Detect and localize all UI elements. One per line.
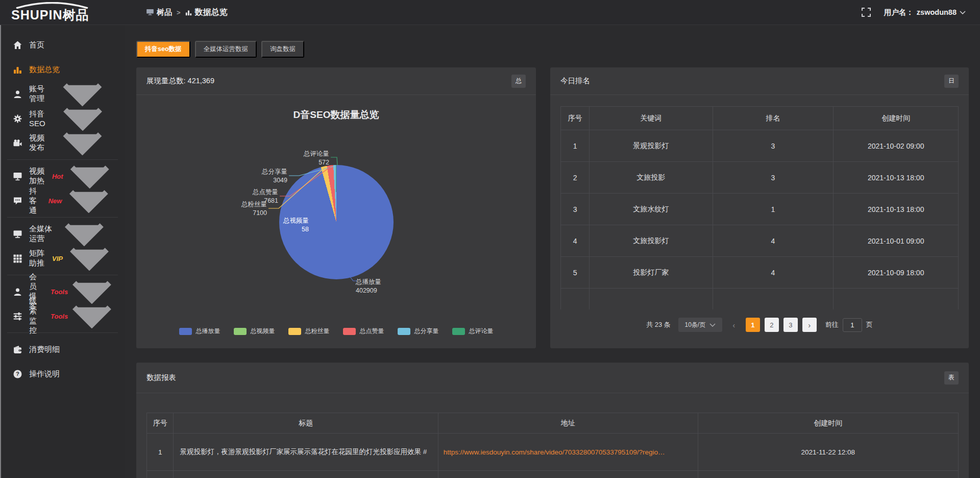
sidebar-item-spending-detail[interactable]: 消费明细 xyxy=(0,337,125,362)
pie-label-fans: 总粉丝量7100 xyxy=(136,200,267,217)
pagination-total: 共 23 条 xyxy=(646,320,671,329)
tab-media-operation-data[interactable]: 全媒体运营数据 xyxy=(195,41,257,58)
legend-item-videos[interactable]: 总视频量 xyxy=(234,327,275,336)
user-menu[interactable]: 用户名：zswodun88 xyxy=(884,8,966,17)
pie-chart-area: D音SEO数据量总览 总评论量572 总分享量3049 总点赞量7681 xyxy=(136,95,536,348)
sidebar-item-video-publish[interactable]: 视频发布 xyxy=(0,131,125,155)
gear-icon xyxy=(13,114,22,123)
sidebar-divider xyxy=(7,217,118,218)
ranking-table: 序号 关键词 排名 创建时间 1景观投影灯32021-10-02 09:00 2… xyxy=(560,106,959,309)
table-header-row: 序号 关键词 排名 创建时间 xyxy=(561,107,959,130)
vip-badge: VIP xyxy=(52,255,63,262)
sidebar-item-lead-monitor[interactable]: 线索监控 Tools xyxy=(0,304,125,328)
table-row: 2文旅投影32021-10-13 18:00 xyxy=(561,162,959,194)
page-button-2[interactable]: 2 xyxy=(765,318,779,332)
breadcrumb-separator: > xyxy=(177,9,181,16)
username: zswodun88 xyxy=(917,8,957,16)
table-row xyxy=(561,289,959,310)
page-button-1[interactable]: 1 xyxy=(746,318,760,332)
chevron-down-icon xyxy=(68,304,116,328)
tab-inquiry-data[interactable]: 询盘数据 xyxy=(261,41,304,58)
sidebar-item-data-overview[interactable]: 数据总览 xyxy=(0,57,125,82)
prev-page-button[interactable]: ‹ xyxy=(727,318,741,332)
chevron-down-icon xyxy=(49,82,116,106)
legend-item-comments[interactable]: 总评论量 xyxy=(452,327,494,336)
home-icon xyxy=(13,41,22,50)
grid-icon xyxy=(13,254,22,263)
overview-panel: 展现量总数: 421,369 总 D音SEO数据量总览 总评论量572 xyxy=(136,67,536,348)
chevron-down-icon xyxy=(50,106,116,131)
main-content: 抖音seo数据 全媒体运营数据 询盘数据 展现量总数: 421,369 总 D音… xyxy=(125,25,980,478)
day-view-button[interactable]: 日 xyxy=(944,75,959,88)
legend-swatch xyxy=(234,328,247,335)
app-logo: SHUPIN树品 xyxy=(0,0,125,25)
chevron-down-icon xyxy=(53,222,116,246)
goto-page-input[interactable] xyxy=(843,318,862,332)
chart-legend: 总播放量 总视频量 总粉丝量 总点赞量 总分享量 总评论量 xyxy=(136,327,536,336)
table-row xyxy=(147,471,959,478)
bar-chart-icon xyxy=(185,9,192,16)
sliders-icon xyxy=(13,312,22,321)
sidebar-item-matrix-boost[interactable]: 矩阵助推 VIP xyxy=(0,246,125,271)
legend-swatch xyxy=(343,328,356,335)
goto-label: 前往 xyxy=(825,320,839,329)
chevron-down-icon xyxy=(49,131,116,155)
ranking-title: 今日排名 xyxy=(560,76,590,86)
sidebar-divider xyxy=(7,159,118,160)
page-button-3[interactable]: 3 xyxy=(783,318,798,332)
sidebar-item-doukostong[interactable]: 抖客通 New xyxy=(0,188,125,213)
report-panel: 数据报表 表 序号 标题 地址 创建时间 1 景观投影灯，夜游景观投影灯 xyxy=(136,363,969,478)
username-label: 用户名： xyxy=(884,8,914,17)
chat-bubble-icon xyxy=(13,197,22,205)
table-row: 1 景观投影灯，夜游景观投影灯厂家展示展示落花灯在花园里的灯光投影应用效果 # … xyxy=(147,434,959,471)
sidebar-item-home[interactable]: 首页 xyxy=(0,33,125,57)
table-row: 3文旅水纹灯12021-10-13 18:00 xyxy=(561,194,959,225)
video-link[interactable]: https://www.iesdouyin.com/share/video/70… xyxy=(444,448,665,456)
sidebar-item-douyin-seo[interactable]: 抖音SEO xyxy=(0,106,125,131)
chevron-down-icon xyxy=(63,164,116,188)
breadcrumb-current: 数据总览 xyxy=(185,7,228,18)
pagination: 共 23 条 10条/页 ‹ 1 2 3 › 前往 页 xyxy=(550,318,969,332)
sidebar: 首页 数据总览 账号管理 抖音SEO 视频发布 视频加热 Hot 抖客通 New… xyxy=(0,25,125,478)
sidebar-scrollbar[interactable] xyxy=(0,25,1,478)
chevron-down-icon xyxy=(960,11,966,14)
table-header-row: 序号 标题 地址 创建时间 xyxy=(147,413,959,434)
logo-text: SHUPIN树品 xyxy=(11,7,89,23)
legend-swatch xyxy=(288,328,301,335)
table-row: 1景观投影灯32021-10-02 09:00 xyxy=(561,130,959,162)
user-icon xyxy=(13,90,22,99)
chevron-down-icon xyxy=(68,279,116,304)
sidebar-item-member-burst[interactable]: 会员爆客 Tools xyxy=(0,279,125,304)
page-size-select[interactable]: 10条/页 xyxy=(678,318,722,332)
breadcrumb-root[interactable]: 树品 xyxy=(146,8,172,17)
monitor-icon xyxy=(146,9,154,15)
pie-label-comments: 总评论量572 xyxy=(136,150,329,166)
sidebar-item-instructions[interactable]: ? 操作说明 xyxy=(0,362,125,386)
report-table: 序号 标题 地址 创建时间 1 景观投影灯，夜游景观投影灯厂家展示展示落花灯在花… xyxy=(146,413,959,478)
total-view-button[interactable]: 总 xyxy=(511,75,526,88)
chevron-down-icon xyxy=(63,246,116,271)
legend-item-likes[interactable]: 总点赞量 xyxy=(343,327,384,336)
legend-item-shares[interactable]: 总分享量 xyxy=(398,327,439,336)
legend-item-plays[interactable]: 总播放量 xyxy=(179,327,220,336)
chevron-down-icon xyxy=(62,188,116,213)
svg-text:?: ? xyxy=(16,371,19,377)
breadcrumb: 树品 > 数据总览 xyxy=(146,7,228,18)
hot-badge: Hot xyxy=(52,173,63,180)
fullscreen-icon[interactable] xyxy=(862,8,871,17)
sidebar-item-media-operation[interactable]: 全媒体运营 xyxy=(0,222,125,246)
created-time: 2021-11-22 12:08 xyxy=(698,434,958,471)
wallet-icon xyxy=(13,345,22,354)
sidebar-item-account[interactable]: 账号管理 xyxy=(0,82,125,106)
table-view-button[interactable]: 表 xyxy=(944,371,959,385)
next-page-button[interactable]: › xyxy=(802,318,817,332)
sidebar-item-video-heat[interactable]: 视频加热 Hot xyxy=(0,164,125,188)
sidebar-divider xyxy=(7,275,118,275)
display-icon xyxy=(13,172,22,181)
user-icon xyxy=(13,288,22,296)
pie-label-videos: 总视频量58 xyxy=(136,217,309,233)
tab-douyin-seo-data[interactable]: 抖音seo数据 xyxy=(136,41,190,58)
data-tabs: 抖音seo数据 全媒体运营数据 询盘数据 xyxy=(136,41,969,58)
legend-item-fans[interactable]: 总粉丝量 xyxy=(288,327,330,336)
tools-badge: Tools xyxy=(51,313,68,320)
